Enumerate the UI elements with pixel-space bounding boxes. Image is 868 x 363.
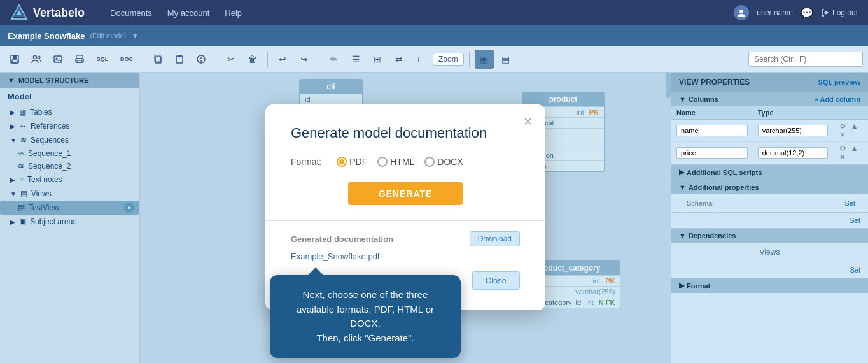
project-name[interactable]: Example Snowflake [8, 31, 85, 41]
angle-button[interactable]: ∟ [411, 50, 430, 69]
table-row: ⚙ ▲ ✕ [671, 120, 868, 142]
tooltip-bubble: Next, choose one of the three available … [270, 275, 461, 358]
pdf-radio-dot [339, 159, 344, 164]
undo-button[interactable]: ↩ [273, 50, 292, 69]
sidebar-item-sequence2[interactable]: ≋ Sequence_2 [0, 160, 139, 173]
sidebar-item-testview[interactable]: ▤ TestView ● [0, 201, 139, 215]
column-actions-cell: ⚙ ▲ ✕ [833, 120, 868, 142]
grid-view-button[interactable]: ⊞ [368, 50, 387, 69]
scroll-indicator [666, 73, 671, 98]
docx-radio-option[interactable]: DOCX [424, 157, 463, 167]
table-row: ⚙ ▲ ✕ [671, 142, 868, 164]
column-delete-icon[interactable]: ✕ [838, 131, 847, 139]
print-button[interactable] [70, 50, 89, 69]
properties-button[interactable] [192, 50, 211, 69]
column-settings-icon[interactable]: ⚙ [838, 122, 848, 131]
generate-button[interactable]: GENERATE [348, 182, 463, 205]
svg-rect-7 [12, 60, 17, 63]
paste-button[interactable] [170, 50, 189, 69]
nav-right-area: user name 💬 Log out [734, 5, 858, 20]
text-notes-icon: ≡ [19, 175, 24, 184]
vertabelo-logo-icon [10, 4, 28, 22]
search-input[interactable] [748, 52, 863, 67]
sidebar-item-tables[interactable]: ▶ ▦ Tables [0, 105, 139, 119]
pdf-radio-option[interactable]: PDF [337, 157, 367, 167]
image-button[interactable] [48, 50, 67, 69]
close-modal-button[interactable]: Close [472, 271, 520, 290]
sidebar-section-label: MODEL STRUCTURE [18, 76, 88, 84]
nav-my-account[interactable]: My account [167, 8, 209, 18]
column-type-cell[interactable] [753, 142, 833, 164]
sync-button[interactable]: ⇄ [389, 50, 409, 69]
expand-icon: ▶ [10, 123, 15, 130]
breadcrumb-dropdown-icon[interactable]: ▼ [131, 31, 139, 40]
cut-button[interactable]: ✂ [221, 50, 241, 69]
save-button[interactable] [5, 50, 24, 69]
column-type-input[interactable] [758, 125, 828, 136]
sidebar-item-label: References [31, 122, 69, 131]
column-name-cell[interactable] [671, 142, 753, 164]
column-name-input[interactable] [676, 125, 748, 136]
chat-icon[interactable]: 💬 [801, 7, 813, 19]
sql-button[interactable]: SQL [92, 50, 113, 69]
modal-close-button[interactable]: ✕ [523, 115, 533, 129]
add-column-button[interactable]: + Add column [814, 96, 860, 103]
additional-sql-section: ▶ Additional SQL scripts [671, 164, 868, 180]
sidebar-item-views[interactable]: ▼ ▤ Views [0, 187, 139, 201]
collapse-icon: ▼ [679, 96, 686, 103]
sidebar-item-text-notes[interactable]: ▶ ≡ Text notes [0, 173, 139, 187]
column-actions-cell: ⚙ ▲ ✕ [833, 142, 868, 164]
download-button[interactable]: Download [470, 231, 520, 246]
columns-section-header[interactable]: ▼ Columns + Add column [671, 92, 868, 106]
sidebar-sub-item-label: Sequence_1 [28, 149, 71, 158]
expand-icon: ▼ [10, 137, 17, 144]
nav-documents[interactable]: Documents [110, 8, 152, 18]
column-move-up-icon[interactable]: ▲ [850, 122, 860, 131]
sidebar-item-sequence1[interactable]: ≋ Sequence_1 [0, 147, 139, 160]
additional-sql-label: Additional SQL scripts [687, 169, 762, 176]
sql-preview-link[interactable]: SQL preview [818, 78, 860, 86]
zoom-control[interactable]: Zoom [433, 53, 464, 66]
column-type-cell[interactable] [753, 120, 833, 142]
html-radio-option[interactable]: HTML [377, 157, 414, 167]
column-type-input[interactable] [758, 147, 828, 159]
collapse-icon: ▼ [679, 232, 686, 239]
set-button-3[interactable]: Set [674, 265, 865, 275]
sidebar-item-subject-areas[interactable]: ▶ ▣ Subject areas [0, 215, 139, 229]
table-row: id [300, 94, 362, 104]
canvas-area[interactable]: cli id full_name email purc id purchase_… [140, 73, 671, 363]
references-icon: ↔ [19, 122, 27, 131]
format-selection-row: Format: PDF HTML DOCX [291, 157, 520, 167]
column-settings-icon[interactable]: ⚙ [838, 144, 848, 153]
copy-button[interactable] [148, 50, 167, 69]
column-name-input[interactable] [676, 147, 748, 159]
docx-radio-circle [424, 157, 435, 167]
delete-button[interactable]: 🗑 [243, 50, 262, 69]
doc-button[interactable]: DOC [116, 50, 137, 69]
redo-button[interactable]: ↪ [295, 50, 314, 69]
schema-set-button[interactable]: Set [839, 198, 860, 208]
logout-button[interactable]: Log out [821, 8, 858, 17]
nav-help[interactable]: Help [225, 8, 242, 18]
view-mode-2[interactable]: ▤ [496, 50, 515, 69]
sidebar-item-sequences[interactable]: ▼ ≋ Sequences [0, 133, 139, 147]
additional-sql-header[interactable]: ▶ Additional SQL scripts [671, 165, 868, 180]
toolbar-divider-2 [216, 52, 216, 67]
additional-props-label: Additional properties [689, 183, 759, 191]
svg-rect-19 [178, 55, 181, 57]
column-name-cell[interactable] [671, 120, 753, 142]
additional-props-header[interactable]: ▼ Additional properties [671, 180, 868, 194]
sidebar-item-references[interactable]: ▶ ↔ References [0, 119, 139, 133]
edit-mode-button[interactable]: ✏ [325, 50, 344, 69]
list-view-button[interactable]: ☰ [346, 50, 365, 69]
column-move-up-icon[interactable]: ▲ [850, 144, 860, 153]
dependencies-header[interactable]: ▼ Dependencies [671, 229, 868, 243]
view-mode-1[interactable]: ▦ [475, 50, 494, 69]
right-panel: VIEW PROPERTIES SQL preview ▼ Columns + … [671, 73, 868, 363]
column-delete-icon[interactable]: ✕ [838, 153, 847, 162]
toolbar-divider-3 [267, 52, 268, 67]
svg-point-3 [739, 10, 743, 13]
format-header[interactable]: ▶ Format [671, 278, 868, 293]
users-button[interactable] [27, 50, 46, 69]
set-button-2[interactable]: Set [674, 215, 865, 225]
